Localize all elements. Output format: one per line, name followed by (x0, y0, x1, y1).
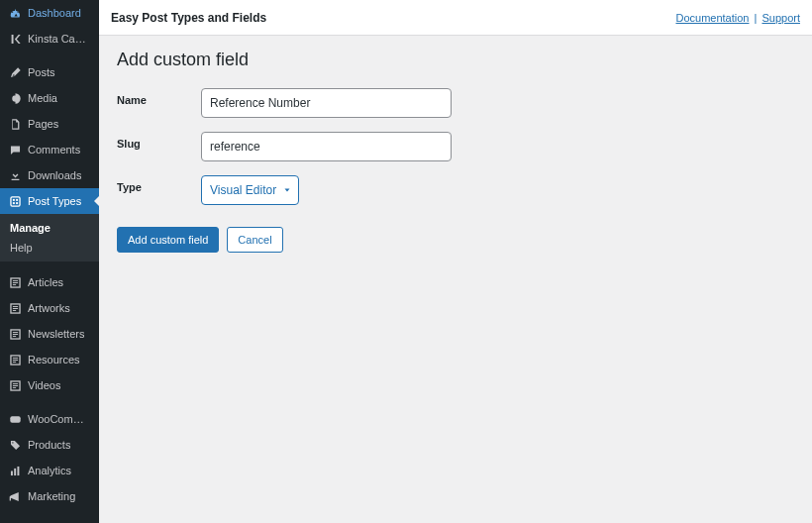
sidebar-separator (0, 398, 99, 406)
page-heading: Add custom field (117, 50, 794, 70)
svg-rect-3 (12, 202, 14, 204)
support-link[interactable]: Support (761, 12, 800, 24)
media-icon (8, 91, 22, 105)
svg-rect-25 (10, 416, 20, 423)
sidebar-item-marketing[interactable]: Marketing (0, 483, 99, 509)
dashboard-icon (8, 6, 22, 20)
sidebar-item-label: Resources (28, 354, 80, 366)
label-name: Name (117, 88, 201, 106)
form-row-type: Type Visual Editor (117, 175, 794, 205)
artworks-icon (8, 301, 22, 315)
sidebar-item-analytics[interactable]: Analytics (0, 458, 99, 483)
type-select-value: Visual Editor (210, 183, 276, 197)
sidebar-item-newsletters[interactable]: Newsletters (0, 321, 99, 347)
sidebar-item-label: Products (28, 439, 70, 451)
sidebar-item-appearance[interactable]: Appearance (0, 517, 99, 523)
sidebar-item-label: Newsletters (28, 328, 84, 340)
label-type: Type (117, 175, 201, 193)
sidebar-item-comments[interactable]: Comments (0, 137, 99, 162)
sidebar-item-posts[interactable]: Posts (0, 59, 99, 85)
svg-rect-26 (10, 471, 12, 475)
svg-rect-2 (16, 198, 18, 200)
page-body: Add custom field Name Slug Type Visual E… (99, 36, 812, 266)
woocommerce-icon (8, 412, 22, 426)
form-actions: Add custom field Cancel (117, 227, 794, 253)
svg-rect-0 (10, 196, 19, 205)
documentation-link[interactable]: Documentation (675, 12, 749, 24)
plugin-header-bar: Easy Post Types and Fields Documentation… (99, 0, 812, 36)
cancel-button[interactable]: Cancel (227, 227, 282, 253)
sidebar-submenu-post-types: Manage Help (0, 214, 99, 262)
sidebar-item-label: Articles (28, 276, 63, 288)
admin-sidebar: Dashboard Kinsta Cache Posts Media Pages… (0, 0, 99, 523)
chevron-down-icon (282, 185, 292, 195)
sidebar-item-media[interactable]: Media (0, 85, 99, 111)
svg-rect-4 (16, 202, 18, 204)
sidebar-item-kinsta-cache[interactable]: Kinsta Cache (0, 26, 99, 52)
sidebar-item-label: Kinsta Cache (28, 33, 91, 45)
sidebar-item-videos[interactable]: Videos (0, 372, 99, 398)
slug-input[interactable] (201, 132, 452, 161)
sidebar-item-downloads[interactable]: Downloads (0, 162, 99, 188)
sidebar-item-resources[interactable]: Resources (0, 347, 99, 372)
sidebar-separator (0, 262, 99, 269)
main-content: Easy Post Types and Fields Documentation… (99, 0, 812, 523)
submenu-item-help[interactable]: Help (0, 238, 99, 258)
form-row-name: Name (117, 88, 794, 118)
pages-icon (8, 117, 22, 131)
svg-rect-28 (17, 466, 19, 474)
label-slug: Slug (117, 132, 201, 150)
sidebar-item-products[interactable]: Products (0, 432, 99, 458)
articles-icon (8, 275, 22, 289)
add-custom-field-button[interactable]: Add custom field (117, 227, 219, 253)
sidebar-item-label: Artworks (28, 302, 70, 314)
comments-icon (8, 143, 22, 157)
form-row-slug: Slug (117, 132, 794, 161)
submenu-item-manage[interactable]: Manage (0, 218, 99, 238)
sidebar-item-label: Downloads (28, 169, 81, 181)
sidebar-item-label: Posts (28, 66, 55, 78)
products-icon (8, 438, 22, 452)
sidebar-item-pages[interactable]: Pages (0, 111, 99, 137)
type-select[interactable]: Visual Editor (201, 175, 299, 205)
name-input[interactable] (201, 88, 452, 118)
posts-icon (8, 65, 22, 79)
sidebar-item-label: WooCommerce (28, 413, 91, 425)
sidebar-item-label: Media (28, 92, 57, 104)
plugin-header-links: Documentation | Support (675, 12, 800, 24)
sidebar-item-label: Pages (28, 118, 58, 130)
sidebar-item-label: Comments (28, 144, 80, 156)
marketing-icon (8, 489, 22, 503)
sidebar-item-label: Post Types (28, 195, 81, 207)
plugin-title: Easy Post Types and Fields (111, 11, 266, 25)
newsletters-icon (8, 327, 22, 341)
sidebar-item-artworks[interactable]: Artworks (0, 295, 99, 321)
sidebar-separator (0, 509, 99, 517)
sidebar-item-post-types[interactable]: Post Types (0, 188, 99, 214)
sidebar-item-woocommerce[interactable]: WooCommerce (0, 406, 99, 432)
post-types-icon (8, 194, 22, 208)
downloads-icon (8, 168, 22, 182)
svg-rect-1 (12, 198, 14, 200)
sidebar-item-label: Videos (28, 379, 60, 391)
videos-icon (8, 378, 22, 392)
sidebar-item-dashboard[interactable]: Dashboard (0, 0, 99, 26)
sidebar-item-label: Analytics (28, 465, 71, 476)
sidebar-item-label: Dashboard (28, 7, 81, 19)
analytics-icon (8, 464, 22, 477)
sidebar-item-label: Marketing (28, 490, 75, 502)
svg-rect-27 (14, 468, 16, 474)
resources-icon (8, 353, 22, 366)
sidebar-item-articles[interactable]: Articles (0, 269, 99, 295)
sidebar-separator (0, 52, 99, 59)
link-separator: | (753, 12, 760, 24)
kinsta-icon (8, 32, 22, 46)
